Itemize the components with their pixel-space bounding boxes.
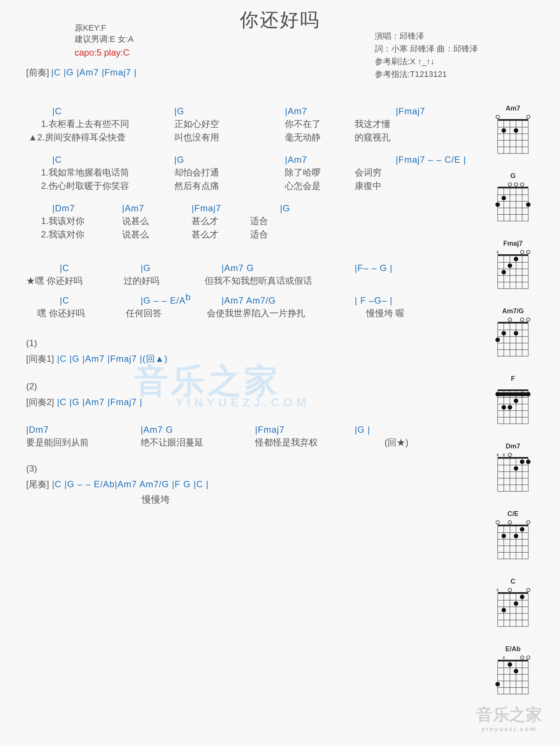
chord: |Am7 Am7/G — [221, 295, 352, 306]
intro-label: [前奏] — [26, 66, 49, 78]
svg-point-129 — [496, 521, 500, 524]
svg-point-91 — [514, 398, 518, 403]
svg-point-89 — [501, 405, 506, 410]
outro: [尾奏] |C |G – – E/Ab |Am7 Am7/G |F G |C |… — [26, 478, 534, 506]
lyric: 说甚么 — [122, 229, 189, 240]
chord-diagram: F — [487, 375, 539, 429]
chord-diagram: Am7/G — [487, 307, 539, 361]
chord-diagram: G — [487, 172, 539, 226]
outro-lyric: 慢慢垮 — [142, 493, 534, 506]
svg-point-88 — [495, 392, 500, 397]
svg-point-148 — [508, 588, 511, 592]
svg-point-128 — [520, 527, 525, 532]
chord: |G — [280, 203, 347, 214]
svg-point-69 — [501, 331, 506, 335]
svg-point-165 — [508, 662, 512, 667]
lyric: 1.衣柜看上去有些不同 — [41, 118, 172, 130]
svg-text:x: x — [497, 452, 499, 457]
svg-rect-0 — [498, 119, 528, 121]
interlude2-label: [间奏2] — [26, 396, 54, 408]
chord: |C — [60, 295, 138, 306]
chord: |C — [60, 263, 138, 273]
svg-point-131 — [527, 521, 530, 524]
svg-point-15 — [496, 115, 500, 119]
outro-chords-1: |C |G – – E/A — [52, 479, 109, 489]
chorus-line-2: |C |G – – E/Ab |Am7 Am7/G | F –G– | 嘿 你还… — [60, 292, 534, 319]
interlude1-label: [间奏1] — [26, 353, 54, 365]
chord: |Dm7 — [52, 203, 119, 214]
chord-diagram: Dm7xx — [487, 442, 539, 497]
chord: |F– – G | — [355, 263, 452, 273]
chord: |G | — [355, 425, 370, 435]
chord: |G – – E/A — [141, 295, 186, 305]
svg-point-73 — [527, 318, 530, 321]
svg-point-53 — [527, 251, 530, 254]
chord-diagram: Fmaj7x — [487, 240, 539, 294]
lyric: 你还好吗 — [49, 307, 124, 319]
svg-rect-55 — [498, 322, 528, 323]
flat-symbol: b — [186, 292, 191, 302]
interlude2-chords: |C |G |Am7 |Fmaj7 | — [57, 397, 143, 407]
svg-point-14 — [514, 128, 518, 133]
singer: 演唱：邱锋泽 — [375, 30, 478, 43]
pre-chorus: |Dm7 |Am7 |Fmaj7 |G 1.我该对你 说甚么 甚么才 适合 2.… — [52, 203, 534, 240]
lyric: 1.我如常地握着电话筒 — [41, 167, 172, 178]
chorus-prefix: 嘿 — [37, 308, 49, 318]
svg-point-149 — [527, 588, 530, 592]
chord: |Am7 — [285, 106, 393, 116]
intro-chords: |C |G |Am7 |Fmaj7 | — [51, 67, 137, 78]
chord-diagram-name: E/Ab — [487, 645, 539, 653]
guitar-tab-document: 你还好吗 原KEY:F 建议男调:E 女:A capo:5 play:C 演唱：… — [0, 0, 560, 746]
svg-point-50 — [508, 263, 512, 268]
flat-symbol: b — [109, 479, 115, 489]
bridge-section: |Dm7 |Am7 G |Fmaj7 |G | 要是能回到从前 绝不让眼泪蔓延 … — [26, 425, 534, 448]
chord-diagram-name: Dm7 — [487, 442, 539, 450]
chord: |G — [174, 106, 283, 116]
svg-point-32 — [526, 202, 531, 207]
lyric: 却怕会打通 — [174, 167, 283, 178]
svg-rect-36 — [498, 254, 528, 256]
lyric: 甚么才 — [192, 229, 248, 240]
svg-rect-87 — [497, 392, 529, 396]
chord: | F –G– | — [355, 295, 452, 306]
chord-diagram: C/E — [487, 510, 539, 564]
verse-b: |C |G |Am7 |Fmaj7 – – C/E | 1.我如常地握着电话筒 … — [52, 155, 534, 192]
score-body: [前奏] |C |G |Am7 |Fmaj7 | |C |G |Am7 |Fma… — [26, 66, 534, 506]
chord-diagram: E/Abx — [487, 645, 539, 699]
verse-a: |C |G |Am7 |Fmaj7 1.衣柜看上去有些不同 正如心好空 你不在了… — [52, 106, 534, 143]
svg-rect-17 — [498, 187, 528, 188]
svg-point-146 — [514, 601, 518, 606]
svg-point-72 — [520, 318, 524, 321]
svg-point-168 — [527, 656, 530, 659]
lyric: 1.我该对你 — [41, 215, 119, 227]
lyric: 你不在了 — [285, 118, 352, 130]
svg-rect-74 — [498, 389, 528, 391]
chord-diagrams: Am7GFmaj7xAm7/GFDm7xxC/ECxE/Abx — [487, 105, 539, 713]
chord-diagram-name: F — [487, 375, 539, 383]
lyric: 毫无动静 — [285, 131, 352, 143]
lyric: 2.伤心时取暖于你笑容 — [41, 180, 172, 192]
svg-point-13 — [501, 128, 506, 133]
strum-pattern: 参考刷法:X ↑_↑↓ — [375, 55, 478, 68]
meta-left: 原KEY:F 建议男调:E 女:A capo:5 play:C — [75, 22, 134, 58]
svg-point-52 — [520, 251, 524, 254]
lyric: 但我不知我想听真话或假话 — [205, 275, 391, 287]
svg-point-147 — [520, 595, 525, 599]
marker-1: (1) — [26, 338, 534, 348]
lyric: 2.我该对你 — [41, 229, 119, 240]
lyric: 怪都怪是我弃权 — [255, 436, 382, 448]
svg-point-70 — [514, 331, 518, 335]
svg-point-71 — [508, 318, 511, 321]
svg-point-16 — [527, 115, 530, 119]
svg-text:x: x — [503, 452, 505, 457]
chord: |Am7 G — [141, 425, 173, 435]
lyric: ▲2.房间安静得耳朵快聋 — [28, 131, 172, 143]
lyric: (回★) — [385, 436, 444, 448]
suggested-keys: 建议男调:E 女:A — [75, 34, 134, 45]
chord-diagram-name: C/E — [487, 510, 539, 518]
svg-point-68 — [495, 338, 500, 342]
lyric: 然后有点痛 — [174, 180, 283, 192]
lyric: 适合 — [250, 215, 317, 227]
svg-point-126 — [501, 534, 506, 538]
lyric: 说甚么 — [122, 215, 189, 227]
